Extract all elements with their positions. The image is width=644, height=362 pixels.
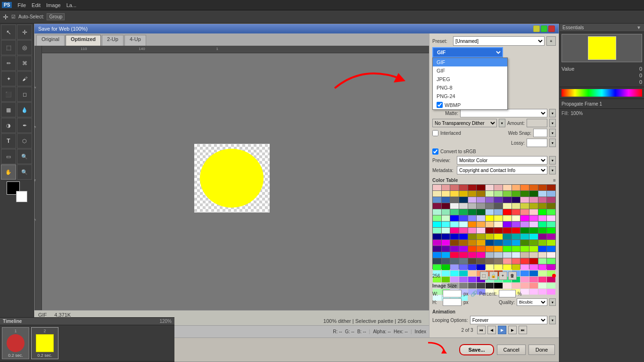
color-cell[interactable]	[459, 197, 468, 203]
color-cell[interactable]	[503, 209, 512, 215]
color-cell[interactable]	[547, 240, 555, 246]
color-cell[interactable]	[468, 252, 477, 258]
color-cell[interactable]	[529, 209, 538, 215]
color-cell[interactable]	[442, 209, 450, 215]
color-cell[interactable]	[547, 197, 555, 203]
color-cell[interactable]	[433, 191, 441, 197]
first-frame-btn[interactable]: ⏮	[477, 326, 486, 334]
color-cell[interactable]	[512, 264, 520, 270]
color-cell[interactable]	[442, 234, 450, 239]
color-cell[interactable]	[486, 197, 494, 203]
color-cell[interactable]	[442, 246, 450, 252]
color-cell[interactable]	[459, 191, 468, 197]
minimize-btn[interactable]	[533, 25, 540, 32]
dropdown-png24[interactable]: PNG-24	[433, 92, 507, 100]
tab-optimized[interactable]: Optimized	[66, 35, 101, 46]
prev-frame-btn[interactable]: ◀	[487, 326, 496, 334]
color-cell[interactable]	[450, 222, 459, 227]
color-cell[interactable]	[520, 246, 529, 252]
color-cell[interactable]	[503, 203, 512, 209]
color-cell[interactable]	[494, 203, 503, 209]
color-cell[interactable]	[477, 185, 485, 190]
color-cell[interactable]	[512, 234, 520, 239]
color-cell[interactable]	[477, 252, 485, 258]
color-cell[interactable]	[512, 191, 520, 197]
tool-crop[interactable]: ⌘	[17, 56, 32, 71]
color-cell[interactable]	[494, 215, 503, 221]
color-cell[interactable]	[529, 252, 538, 258]
color-cell[interactable]	[486, 215, 494, 221]
color-cell[interactable]	[538, 203, 547, 209]
color-cell[interactable]	[512, 215, 520, 221]
color-cell[interactable]	[529, 264, 538, 270]
color-cell[interactable]	[503, 191, 512, 197]
color-cell[interactable]	[494, 234, 503, 239]
cancel-button[interactable]: Cancel	[497, 345, 525, 355]
color-cell[interactable]	[450, 197, 459, 203]
color-cell[interactable]	[450, 264, 459, 270]
color-cell[interactable]	[503, 234, 512, 239]
color-cell[interactable]	[512, 228, 520, 233]
looping-select[interactable]: Forever	[470, 316, 547, 324]
color-cell[interactable]	[520, 228, 529, 233]
tool-text[interactable]: T	[1, 133, 16, 148]
color-cell[interactable]	[468, 240, 477, 246]
lossy-dropdown[interactable]: ▼	[549, 139, 556, 147]
color-cell[interactable]	[520, 209, 529, 215]
tool-blur[interactable]: 💧	[17, 102, 32, 117]
color-cell[interactable]	[450, 258, 459, 264]
quality-select[interactable]: Bicubic	[517, 298, 547, 306]
play-btn[interactable]: ▶	[498, 326, 506, 334]
matte-select[interactable]	[460, 109, 547, 117]
color-cell[interactable]	[433, 258, 441, 264]
convert-checkbox[interactable]	[432, 148, 438, 155]
tool-brush[interactable]: 🖌	[17, 71, 32, 86]
color-cell[interactable]	[520, 215, 529, 221]
tool-zoom[interactable]: 🔍	[17, 149, 32, 164]
color-cell[interactable]	[459, 246, 468, 252]
looping-dropdown-arrow[interactable]: ▼	[549, 316, 556, 324]
color-cell[interactable]	[486, 209, 494, 215]
close-btn[interactable]	[548, 25, 555, 32]
preset-menu-btn[interactable]: ≡	[546, 36, 556, 46]
color-cell[interactable]	[486, 264, 494, 270]
color-cell[interactable]	[442, 228, 450, 233]
color-cell[interactable]	[486, 185, 494, 190]
color-cell[interactable]	[468, 209, 477, 215]
color-cell[interactable]	[450, 234, 459, 239]
transparency-dropdown-arrow[interactable]: ▼	[499, 119, 505, 127]
done-button[interactable]: Done	[528, 345, 555, 355]
color-cell[interactable]	[477, 228, 485, 233]
color-cell[interactable]	[477, 203, 485, 209]
color-cell[interactable]	[459, 185, 468, 190]
color-cell[interactable]	[477, 191, 485, 197]
color-cell[interactable]	[520, 191, 529, 197]
color-cell[interactable]	[538, 240, 547, 246]
color-cell[interactable]	[433, 203, 441, 209]
color-lock-btn[interactable]: 🔒	[489, 272, 498, 280]
metadata-select[interactable]: Copyright and Contact Info	[457, 166, 547, 174]
color-cell[interactable]	[520, 203, 529, 209]
matte-dropdown-arrow[interactable]: ▼	[549, 109, 556, 117]
tool-pointer[interactable]: ↖	[1, 25, 16, 40]
color-cell[interactable]	[433, 209, 441, 215]
color-cell[interactable]	[494, 197, 503, 203]
color-cell[interactable]	[547, 258, 555, 264]
color-cell[interactable]	[433, 246, 441, 252]
color-cell[interactable]	[547, 246, 555, 252]
color-cell[interactable]	[450, 215, 459, 221]
dropdown-gif-selected[interactable]: GIF	[433, 58, 507, 66]
color-cell[interactable]	[538, 234, 547, 239]
color-cell[interactable]	[442, 240, 450, 246]
color-cell[interactable]	[529, 215, 538, 221]
color-cell[interactable]	[512, 197, 520, 203]
color-cell[interactable]	[433, 228, 441, 233]
color-cell[interactable]	[477, 222, 485, 227]
color-cell[interactable]	[494, 240, 503, 246]
tool-stamp[interactable]: ⬛	[1, 87, 16, 102]
color-cell[interactable]	[512, 185, 520, 190]
color-cell[interactable]	[529, 240, 538, 246]
color-cell[interactable]	[459, 252, 468, 258]
next-frame-btn[interactable]: ▶	[508, 326, 517, 334]
color-cell[interactable]	[468, 228, 477, 233]
